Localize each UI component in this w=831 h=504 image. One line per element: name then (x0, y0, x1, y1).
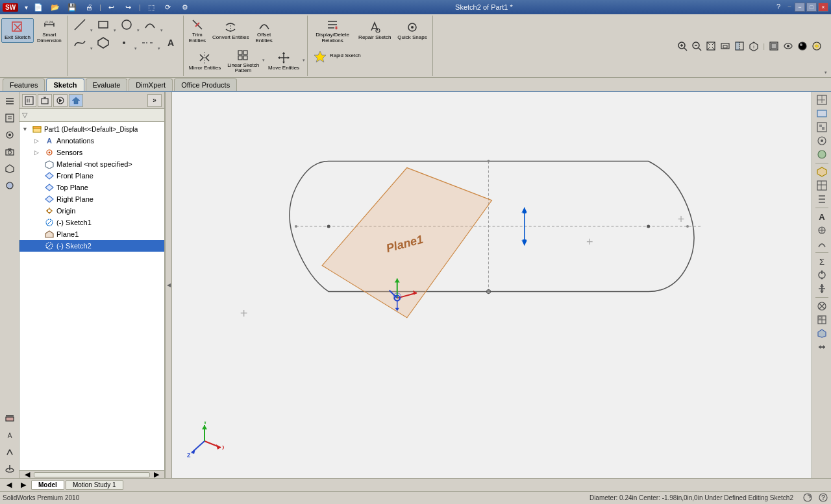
polygon-btn[interactable] (93, 34, 114, 52)
left-icon-3dview[interactable] (2, 161, 18, 176)
scroll-left-btn[interactable]: ◀ (21, 468, 34, 479)
sidebar-btn-1[interactable] (22, 94, 36, 107)
close-btn[interactable]: × (818, 3, 828, 12)
model-tab-motion[interactable]: Motion Study 1 (66, 480, 123, 490)
left-icon-annotations[interactable]: A (2, 427, 18, 443)
rebuild-icon[interactable] (802, 492, 813, 504)
display-delete-btn[interactable]: Display/Delete Relations (310, 16, 355, 46)
point-btn[interactable] (114, 34, 134, 52)
sidebar-btn-3[interactable] (53, 94, 68, 107)
save-btn[interactable]: 💾 (66, 1, 79, 14)
rebuild-btn[interactable]: ⟳ (162, 1, 175, 14)
zoom-fit-btn[interactable] (704, 40, 717, 53)
linear-pattern-btn[interactable]: Linear SketchPattern (224, 46, 262, 77)
tree-item-annotations[interactable]: ▷ A Annotations (19, 135, 164, 147)
undo-btn[interactable]: ↩ (105, 1, 118, 14)
tab-features[interactable]: Features (3, 78, 45, 91)
rect-btn[interactable] (93, 16, 114, 34)
sidebar-collapse-btn[interactable]: ◀ (166, 92, 172, 478)
app-menu-trigger[interactable]: ▾ (25, 4, 28, 11)
tab-dimxpert[interactable]: DimXpert (129, 78, 173, 91)
right-icon-4[interactable] (814, 134, 830, 147)
line-btn[interactable] (69, 16, 90, 34)
move-flyout[interactable]: ▾ (303, 58, 305, 63)
tree-item-material[interactable]: Material <not specified> (19, 158, 164, 170)
right-icon-14[interactable] (814, 313, 830, 326)
sidebar-scrollbar[interactable]: ◀ ▶ (19, 470, 164, 478)
right-icon-sum[interactable]: Σ (814, 255, 830, 268)
left-icon-skins[interactable] (2, 411, 18, 426)
exit-sketch-btn[interactable]: Exit Sketch (1, 18, 34, 43)
select-btn[interactable]: ⬚ (145, 1, 158, 14)
maximize-btn[interactable]: □ (806, 3, 817, 12)
right-icon-1[interactable] (814, 93, 830, 106)
tree-item-part1[interactable]: ▼ Part1 (Default<<Default>_Displa (19, 123, 164, 135)
model-tab-model[interactable]: Model (31, 480, 64, 490)
arc-btn[interactable] (140, 16, 160, 34)
zoom-out-btn[interactable] (690, 40, 703, 53)
zoom-in-btn[interactable] (676, 40, 689, 53)
right-icon-13[interactable] (814, 300, 830, 313)
next-tab-btn[interactable]: ▶ (17, 479, 30, 492)
appearance-btn[interactable] (796, 40, 809, 53)
tab-sketch[interactable]: Sketch (46, 78, 84, 91)
display-style-btn[interactable] (767, 40, 780, 53)
view-orient-btn[interactable] (747, 40, 760, 53)
right-icon-5[interactable] (814, 148, 830, 161)
prev-tab-btn[interactable]: ◀ (3, 479, 16, 492)
right-icon-6[interactable] (814, 165, 830, 178)
tree-item-sensors[interactable]: ▷ Sensors (19, 147, 164, 158)
spline-btn[interactable] (69, 34, 90, 52)
left-icon-scene2[interactable] (2, 461, 18, 477)
left-icon-featuretree[interactable] (2, 93, 18, 109)
redo-btn[interactable]: ↪ (122, 1, 135, 14)
tree-expand-sensors[interactable]: ▷ (34, 149, 42, 156)
repair-sketch-btn[interactable]: Repair Sketch (355, 18, 394, 43)
tree-expand-annotations[interactable]: ▷ (34, 138, 42, 144)
circle-btn[interactable] (116, 16, 137, 34)
right-icon-12[interactable] (814, 282, 830, 295)
right-icon-9[interactable] (814, 224, 830, 237)
tree-item-origin[interactable]: Origin (19, 205, 164, 217)
smart-dim-btn[interactable]: 0.24 SmartDimension (34, 16, 65, 46)
left-icon-config[interactable] (2, 127, 18, 143)
offset-btn[interactable]: OffsetEntities (253, 16, 276, 46)
arc-flyout[interactable]: ▾ (160, 28, 163, 33)
right-icon-3[interactable] (814, 121, 830, 134)
tree-item-sketch1[interactable]: (-) Sketch1 (19, 217, 164, 228)
text-btn[interactable]: A (160, 34, 181, 52)
sidebar-btn-4[interactable] (69, 94, 83, 107)
tree-item-plane1[interactable]: Plane1 (19, 228, 164, 240)
minimize-btn[interactable]: − (795, 3, 805, 12)
centerline-btn[interactable] (137, 34, 158, 52)
new-btn[interactable]: 📄 (32, 1, 45, 14)
right-icon-7[interactable] (814, 179, 830, 192)
sidebar-expand-btn[interactable]: » (147, 94, 162, 107)
tree-item-right-plane[interactable]: Right Plane (19, 193, 164, 205)
trim-btn[interactable]: TrimEntities (186, 16, 209, 46)
right-icon-2[interactable] (814, 107, 830, 120)
left-icon-properties[interactable] (2, 110, 18, 126)
mirror-btn[interactable]: Mirror Entities (186, 49, 224, 73)
scroll-right-btn[interactable]: ▶ (150, 468, 163, 479)
open-btn[interactable]: 📂 (49, 1, 62, 14)
rapid-sketch-btn[interactable]: Rapid Sketch (310, 47, 364, 66)
tab-evaluate[interactable]: Evaluate (86, 78, 128, 91)
tree-item-top-plane[interactable]: Top Plane (19, 182, 164, 193)
left-icon-appearance[interactable] (2, 178, 18, 193)
right-icon-10[interactable] (814, 237, 830, 250)
scene-flyout[interactable]: ▾ (825, 70, 827, 75)
convert-btn[interactable]: Convert Entities (209, 18, 252, 43)
help-btn[interactable]: ? (776, 3, 780, 12)
help-status-icon[interactable]: ? (818, 492, 828, 504)
view-prev-btn[interactable] (719, 40, 732, 53)
section-view-btn[interactable] (733, 40, 746, 53)
move-btn[interactable]: Move Entities (265, 49, 303, 73)
3d-viewport[interactable]: ✕ SW + + + (172, 92, 812, 478)
quick-snaps-btn[interactable]: Quick Snaps (394, 18, 430, 43)
print-btn[interactable]: 🖨 (82, 1, 95, 14)
sidebar-btn-2[interactable] (38, 94, 52, 107)
tree-expand-part1[interactable]: ▼ (22, 126, 30, 132)
left-icon-camera[interactable] (2, 144, 18, 160)
tab-office[interactable]: Office Products (174, 78, 237, 91)
